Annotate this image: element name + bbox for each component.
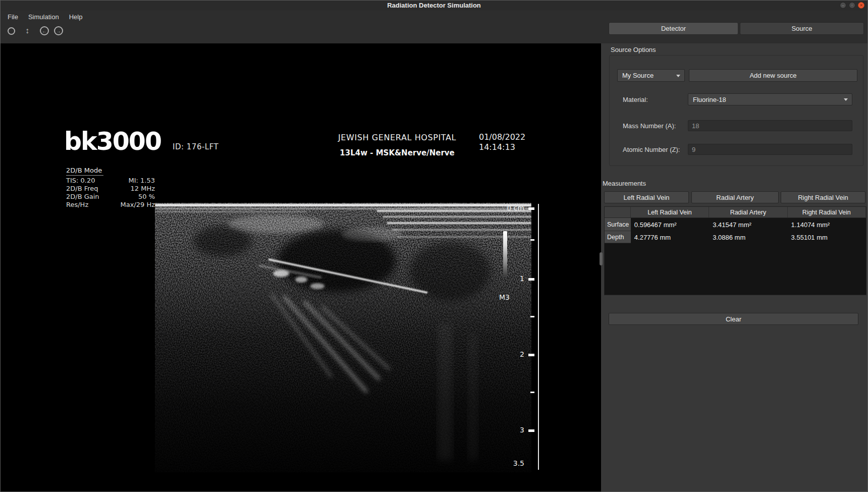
measurements-table: Left Radial Vein Radial Artery Right Rad… xyxy=(604,206,866,295)
minimize-button[interactable] xyxy=(840,2,846,9)
depth-label: 0 cm xyxy=(503,204,524,212)
param-value: MI: 1.53 xyxy=(128,177,155,185)
meas-tab-right-radial-vein[interactable]: Right Radial Vein xyxy=(781,191,865,203)
menu-help[interactable]: Help xyxy=(64,12,88,22)
ultrasound-image xyxy=(155,203,531,472)
marker-label: M3 xyxy=(499,293,510,301)
table-cell: 3.0886 mm xyxy=(709,231,787,243)
atomic-number-label: Atomic Number (Z): xyxy=(623,146,680,153)
add-new-source-button[interactable]: Add new source xyxy=(689,69,857,82)
source-dropdown[interactable]: My Source xyxy=(617,69,685,82)
toolbar xyxy=(4,24,63,38)
menu-simulation[interactable]: Simulation xyxy=(23,12,64,22)
depth-label: 3.5 xyxy=(503,459,524,467)
table-row-surface: Surface 0.596467 mm² 3.41547 mm² 1.14074… xyxy=(605,218,866,231)
titlebar: Radiation Detector Simulation xyxy=(1,1,867,11)
material-label: Material: xyxy=(623,96,648,103)
table-cell: 4.27776 mm xyxy=(631,231,709,243)
depth-label: 1 xyxy=(503,275,524,283)
depth-label: 2 xyxy=(503,350,524,358)
param-label: 2D/B Gain xyxy=(66,193,99,201)
vertical-adjust-button[interactable] xyxy=(23,25,32,36)
window-title: Radiation Detector Simulation xyxy=(387,2,481,9)
tab-detector[interactable]: Detector xyxy=(609,22,738,35)
param-value: Max/29 Hz xyxy=(120,201,155,209)
exam-time: 14:14:13 xyxy=(479,142,515,152)
param-row: 2D/B Freq 12 MHz xyxy=(66,185,155,193)
scanner-brand-logo: bk3000 xyxy=(64,127,161,156)
param-value: 50 % xyxy=(138,193,155,201)
splitter-handle[interactable] xyxy=(600,252,603,265)
column-header-radial-artery[interactable]: Radial Artery xyxy=(709,207,787,217)
clear-button[interactable]: Clear xyxy=(609,313,858,325)
depth-tick xyxy=(528,354,534,356)
depth-tick xyxy=(530,239,534,241)
depth-tick xyxy=(530,316,534,317)
param-row: Res/Hz Max/29 Hz xyxy=(66,201,155,209)
patient-id: ID: 176-LFT xyxy=(173,142,219,151)
exam-date: 01/08/2022 xyxy=(479,132,525,142)
atomic-number-input[interactable]: 9 xyxy=(688,144,852,155)
ultrasound-display: bk3000 ID: 176-LFT JEWISH GENERAL HOSPIT… xyxy=(1,43,601,492)
tgc-gain-bar xyxy=(503,231,507,277)
mass-number-label: Mass Number (A): xyxy=(623,122,676,130)
probe-preset: 13L4w - MSK&Nerve/Nerve xyxy=(316,148,478,157)
mode-title: 2D/B Mode xyxy=(66,167,103,176)
side-panel: Source Options My Source Add new source … xyxy=(601,43,868,492)
depth-tick xyxy=(528,207,534,210)
close-button[interactable] xyxy=(858,2,864,9)
menubar: File Simulation Help xyxy=(1,11,867,23)
row-header: Surface xyxy=(605,218,631,231)
param-label: 2D/B Freq xyxy=(66,185,98,193)
table-header-row: Left Radial Vein Radial Artery Right Rad… xyxy=(605,207,866,218)
maximize-button[interactable] xyxy=(849,2,855,9)
scan-parameters: TIS: 0.20 MI: 1.53 2D/B Freq 12 MHz 2D/B… xyxy=(66,177,155,209)
table-cell: 0.596467 mm² xyxy=(631,218,709,231)
depth-tick xyxy=(528,429,534,432)
table-corner xyxy=(605,207,631,217)
tab-source[interactable]: Source xyxy=(740,22,864,35)
column-header-left-radial-vein[interactable]: Left Radial Vein xyxy=(631,207,709,217)
table-cell: 3.55101 mm xyxy=(788,231,866,243)
forward-button[interactable] xyxy=(54,26,63,35)
param-row: TIS: 0.20 MI: 1.53 xyxy=(66,177,155,185)
menu-file[interactable]: File xyxy=(3,12,23,22)
table-row-depth: Depth 4.27776 mm 3.0886 mm 3.55101 mm xyxy=(605,231,866,243)
depth-tick xyxy=(530,392,534,393)
meas-tab-left-radial-vein[interactable]: Left Radial Vein xyxy=(604,191,689,203)
param-value: 12 MHz xyxy=(131,185,155,193)
depth-scale-line xyxy=(538,204,539,470)
row-header: Depth xyxy=(605,231,631,243)
depth-label: 3 xyxy=(503,426,524,434)
table-cell: 3.41547 mm² xyxy=(709,218,787,231)
hospital-name: JEWISH GENERAL HOSPITAL xyxy=(316,133,478,142)
meas-tab-radial-artery[interactable]: Radial Artery xyxy=(691,191,779,203)
measurements-title: Measurements xyxy=(603,180,646,187)
back-button[interactable] xyxy=(40,26,49,35)
mass-number-input[interactable]: 18 xyxy=(688,120,852,131)
param-label: Res/Hz xyxy=(66,201,88,209)
app-window: Radiation Detector Simulation File Simul… xyxy=(0,0,868,492)
param-label: TIS: 0.20 xyxy=(66,177,95,185)
source-options-title: Source Options xyxy=(611,46,656,53)
material-dropdown[interactable]: Fluorine-18 xyxy=(688,93,852,105)
depth-tick xyxy=(528,278,534,281)
param-row: 2D/B Gain 50 % xyxy=(66,193,155,201)
table-cell: 1.14074 mm² xyxy=(788,218,866,231)
circle-icon xyxy=(8,27,15,35)
circle-tool-button[interactable] xyxy=(6,25,17,36)
column-header-right-radial-vein[interactable]: Right Radial Vein xyxy=(788,207,866,217)
